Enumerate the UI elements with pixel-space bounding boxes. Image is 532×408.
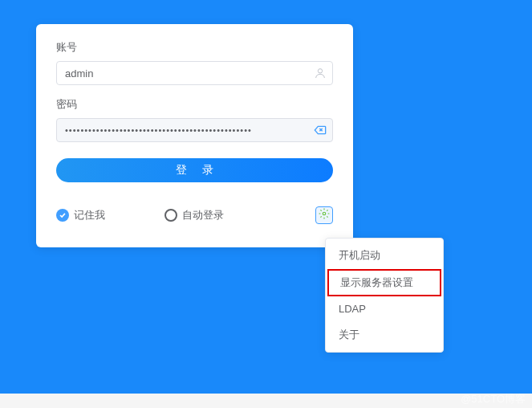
account-input-wrap — [56, 61, 333, 85]
gear-icon — [319, 208, 330, 222]
settings-dropdown-menu: 开机启动 显示服务器设置 LDAP 关于 — [325, 238, 444, 353]
auto-login-checkbox[interactable]: 自动登录 — [164, 208, 224, 222]
login-card: 账号 密码 登 录 记住我 — [36, 24, 353, 247]
menu-item-server-settings[interactable]: 显示服务器设置 — [327, 269, 441, 296]
svg-point-0 — [318, 69, 322, 73]
footer-bar — [0, 394, 532, 408]
menu-item-startup[interactable]: 开机启动 — [326, 242, 443, 269]
auto-login-label: 自动登录 — [182, 208, 224, 222]
password-input[interactable] — [56, 118, 333, 142]
svg-point-3 — [323, 212, 326, 215]
remember-label: 记住我 — [74, 208, 105, 222]
circle-icon — [164, 209, 177, 222]
menu-item-about[interactable]: 关于 — [326, 321, 443, 349]
account-label: 账号 — [56, 40, 333, 55]
clear-icon[interactable] — [314, 124, 327, 137]
remember-me-checkbox[interactable]: 记住我 — [56, 208, 105, 222]
check-circle-icon — [56, 209, 69, 222]
menu-item-ldap[interactable]: LDAP — [326, 296, 443, 321]
account-input[interactable] — [56, 61, 333, 85]
settings-button[interactable] — [315, 206, 333, 224]
options-row: 记住我 自动登录 — [56, 206, 333, 224]
password-label: 密码 — [56, 97, 333, 112]
user-icon — [314, 67, 327, 80]
watermark: @51CTO博客 — [461, 392, 526, 406]
password-input-wrap — [56, 118, 333, 142]
login-button[interactable]: 登 录 — [56, 158, 333, 182]
